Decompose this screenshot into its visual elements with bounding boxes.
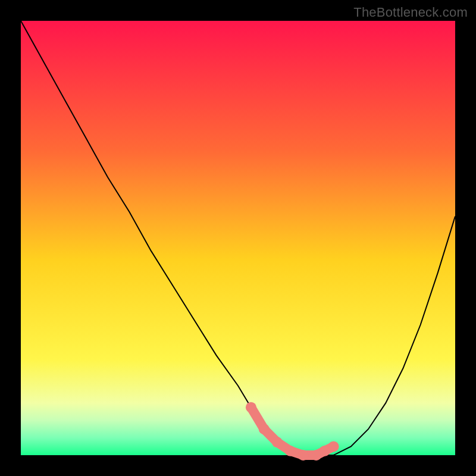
bottleneck-chart [0,0,476,476]
chart-container: TheBottleneck.com [0,0,476,476]
svg-rect-1 [21,21,455,455]
optimal-point [328,441,339,452]
optimal-point [246,402,256,413]
optimal-point [298,450,309,461]
optimal-point [285,446,296,456]
watermark-text: TheBottleneck.com [353,5,468,20]
optimal-point [259,424,270,434]
optimal-point [272,437,283,447]
